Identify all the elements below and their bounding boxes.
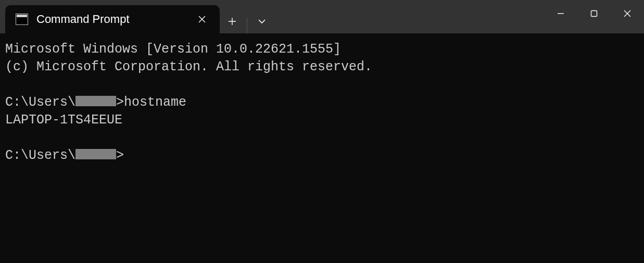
maximize-icon bbox=[590, 10, 598, 17]
prompt-prefix: C:\Users\ bbox=[5, 148, 75, 163]
maximize-button[interactable] bbox=[577, 0, 611, 27]
terminal-window: Command Prompt Micro bbox=[0, 0, 644, 263]
chevron-down-icon bbox=[258, 17, 266, 26]
banner-line-2: (c) Microsoft Corporation. All rights re… bbox=[5, 58, 639, 76]
prompt-suffix: > bbox=[116, 148, 124, 163]
svg-rect-0 bbox=[591, 11, 597, 17]
close-icon bbox=[198, 16, 206, 23]
banner-line-1: Microsoft Windows [Version 10.0.22621.15… bbox=[5, 41, 639, 58]
titlebar: Command Prompt bbox=[0, 0, 644, 33]
redacted-username bbox=[75, 96, 116, 106]
entered-command: hostname bbox=[124, 95, 186, 110]
window-close-button[interactable] bbox=[611, 0, 644, 27]
current-prompt-line: C:\Users\> bbox=[5, 147, 639, 165]
tab-strip: Command Prompt bbox=[0, 0, 274, 33]
window-controls bbox=[544, 0, 644, 27]
tab-title: Command Prompt bbox=[36, 12, 184, 26]
blank-line bbox=[5, 76, 639, 94]
prompt-suffix: > bbox=[116, 95, 124, 110]
terminal-output[interactable]: Microsoft Windows [Version 10.0.22621.15… bbox=[0, 33, 644, 263]
prompt-prefix: C:\Users\ bbox=[5, 95, 75, 110]
close-icon bbox=[624, 10, 631, 17]
minimize-icon bbox=[557, 10, 564, 17]
command-line-1: C:\Users\>hostname bbox=[5, 94, 639, 111]
cmd-icon bbox=[16, 14, 28, 25]
tab-close-button[interactable] bbox=[193, 10, 211, 29]
redacted-username bbox=[75, 149, 116, 159]
new-tab-button[interactable] bbox=[220, 9, 245, 33]
minimize-button[interactable] bbox=[544, 0, 577, 27]
tab-dropdown-button[interactable] bbox=[249, 9, 274, 33]
titlebar-separator bbox=[247, 18, 247, 33]
command-output: LAPTOP-1TS4EEUE bbox=[5, 111, 639, 129]
blank-line bbox=[5, 129, 639, 147]
plus-icon bbox=[228, 17, 236, 26]
tab-command-prompt[interactable]: Command Prompt bbox=[5, 5, 220, 33]
